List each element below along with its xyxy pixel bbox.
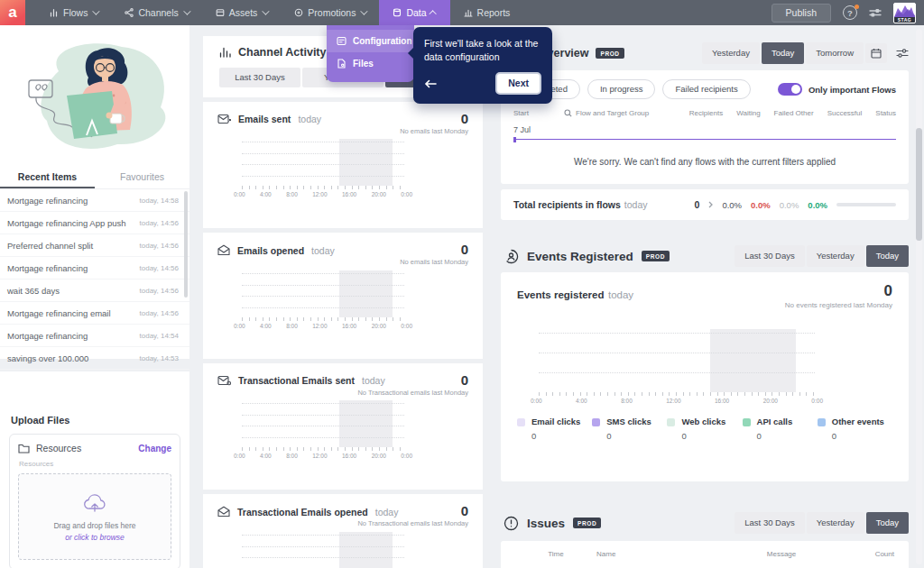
data-dropdown-menu: Configuration Files [327, 25, 414, 82]
column-flow-search[interactable]: Flow and Target Group [564, 109, 649, 117]
tab-favourites[interactable]: Favourites [95, 164, 189, 188]
dropzone-browse-link[interactable]: or click to browse [65, 533, 125, 542]
tab-last-30-days[interactable]: Last 30 Days [219, 68, 300, 87]
settings-sliders-icon[interactable] [869, 7, 882, 18]
chart-shaded-band [339, 400, 393, 447]
column-start[interactable]: Start [513, 109, 564, 117]
column-time[interactable]: Time [515, 550, 596, 558]
tab-yesterday[interactable]: Yesterday [807, 512, 864, 534]
emails-opened-section: Emails opened today 0No emails last Mond… [203, 233, 483, 359]
bar-chart-icon [219, 47, 231, 58]
page-scrollbar[interactable] [916, 29, 922, 564]
nav-item-flows[interactable]: Flows [36, 0, 111, 25]
legend-swatch [818, 418, 826, 426]
tab-today[interactable]: Today [866, 245, 909, 267]
recent-item-time: today, 14:56 [140, 242, 179, 250]
sidebar-scrollbar[interactable] [184, 191, 188, 298]
legend-item: Other events0 [818, 417, 892, 443]
recent-item-name: Mortgage refinancing [7, 331, 88, 341]
nav-item-channels[interactable]: Channels [111, 0, 201, 25]
pct-total: 0.0% [722, 200, 742, 210]
important-flows-toggle[interactable] [778, 83, 802, 96]
tab-yesterday[interactable]: Yesterday [807, 245, 864, 267]
section-value: 0 [400, 111, 468, 126]
column-status[interactable]: Status [875, 109, 896, 117]
tab-last-30-days[interactable]: Last 30 Days [735, 245, 804, 267]
menu-item-files[interactable]: Files [327, 52, 414, 75]
list-item[interactable]: wait 365 daystoday, 14:56 [0, 279, 189, 302]
tab-today[interactable]: Today [866, 512, 909, 534]
help-icon[interactable]: ? [843, 5, 857, 20]
app-logo[interactable]: a [0, 0, 25, 25]
chart-shaded-band [339, 532, 393, 568]
page-scrollbar-thumb[interactable] [916, 128, 922, 241]
environment-thumbnail[interactable]: STAG [893, 3, 916, 23]
upload-files-panel: Upload Files Resources Change Resources … [0, 371, 189, 568]
column-recipients[interactable]: Recipients [689, 109, 723, 117]
column-name[interactable]: Name [596, 550, 714, 558]
recent-item-name: Mortgage refinancing [7, 196, 88, 206]
mail-sent-icon [217, 114, 231, 124]
tab-recent-items[interactable]: Recent Items [0, 164, 95, 188]
list-item[interactable]: Mortgage refinancingtoday, 14:58 [0, 189, 189, 212]
tab-tomorrow[interactable]: Tomorrow [806, 42, 864, 64]
nav-item-reports[interactable]: Reports [450, 0, 524, 25]
empty-flows-message: We're sorry. We can't find any flows wit… [513, 140, 896, 183]
publish-button[interactable]: Publish [772, 4, 831, 23]
list-item[interactable]: Mortgage refinancingtoday, 14:54 [0, 325, 189, 347]
nav-item-assets[interactable]: Assets [202, 0, 282, 25]
nav-menu: Flows Channels Assets Promotions Data Re… [36, 0, 523, 25]
chart-axis-labels: 0:004:008:0012:0016:0020:000:00 [531, 398, 823, 404]
calendar-icon[interactable] [865, 43, 887, 63]
list-item[interactable]: Mortgage refinancing App pushtoday, 14:5… [0, 212, 189, 234]
channels-icon [125, 8, 134, 17]
transactional-opened-section: Transactional Emails opened today 0No Tr… [203, 494, 483, 568]
nav-item-data[interactable]: Data [379, 0, 449, 25]
events-chart: 0:004:008:0012:0016:0020:000:00 [539, 329, 815, 392]
list-item[interactable]: Mortgage refinancingtoday, 14:56 [0, 257, 189, 279]
list-item[interactable]: savings over 100.000today, 14:53 [0, 347, 189, 370]
column-waiting[interactable]: Waiting [736, 109, 760, 117]
list-item[interactable]: Mortgage refinancing emailtoday, 14:56 [0, 302, 189, 325]
section-title: Emails opened [237, 245, 304, 256]
chevron-down-icon [93, 7, 100, 14]
prod-badge: PROD [642, 251, 670, 261]
pill-in-progress[interactable]: In progress [587, 79, 656, 99]
emails-sent-section: Emails sent today 0No emails last Monday… [203, 102, 483, 228]
pill-failed-recipients[interactable]: Failed recipients [662, 79, 750, 99]
menu-item-configuration[interactable]: Configuration [327, 30, 414, 52]
transactional-sent-section: Transactional Emails sent today 0No Tran… [203, 363, 483, 490]
tab-yesterday[interactable]: Yesterday [702, 42, 760, 64]
change-folder-link[interactable]: Change [138, 444, 171, 453]
events-tabs: Last 30 Days Yesterday Today [735, 245, 909, 267]
column-failed-other[interactable]: Failed Other [774, 109, 814, 117]
column-successful[interactable]: Successful [827, 109, 863, 117]
section-note: No Transactional emails last Monday [357, 519, 468, 527]
recent-item-name: Mortgage refinancing [7, 263, 88, 273]
chevron-right-icon[interactable] [708, 201, 713, 208]
events-card-suffix: today [608, 289, 633, 300]
mail-transactional-opened-icon [217, 506, 230, 518]
issues-warning-icon [504, 516, 519, 531]
prod-badge: PROD [596, 48, 624, 59]
column-count[interactable]: Count [849, 550, 894, 558]
recent-item-name: Mortgage refinancing App push [7, 218, 126, 228]
tab-today[interactable]: Today [762, 42, 804, 64]
list-item[interactable]: Preferred channel splittoday, 14:56 [0, 234, 189, 257]
next-button[interactable]: Next [495, 72, 541, 95]
tour-text: First we'll take a look at the data conf… [424, 37, 541, 64]
tour-tooltip: First we'll take a look at the data conf… [413, 27, 552, 104]
column-message[interactable]: Message [714, 550, 849, 558]
back-arrow-icon[interactable] [424, 79, 437, 88]
issues-tabs: Last 30 Days Yesterday Today [735, 512, 909, 534]
chart-shaded-band [710, 329, 796, 392]
filter-sliders-icon[interactable] [896, 48, 909, 59]
nav-item-promotions[interactable]: Promotions [281, 0, 379, 25]
nav-item-label: Channels [138, 7, 178, 18]
legend-item: API calls0 [743, 417, 818, 443]
sidebar-tabs: Recent Items Favourites [0, 164, 189, 189]
welcome-illustration [0, 25, 189, 164]
tab-last-30-days[interactable]: Last 30 Days [735, 512, 804, 534]
nav-item-label: Reports [477, 7, 511, 18]
file-dropzone[interactable]: Drag and drop files here or click to bro… [18, 473, 171, 560]
